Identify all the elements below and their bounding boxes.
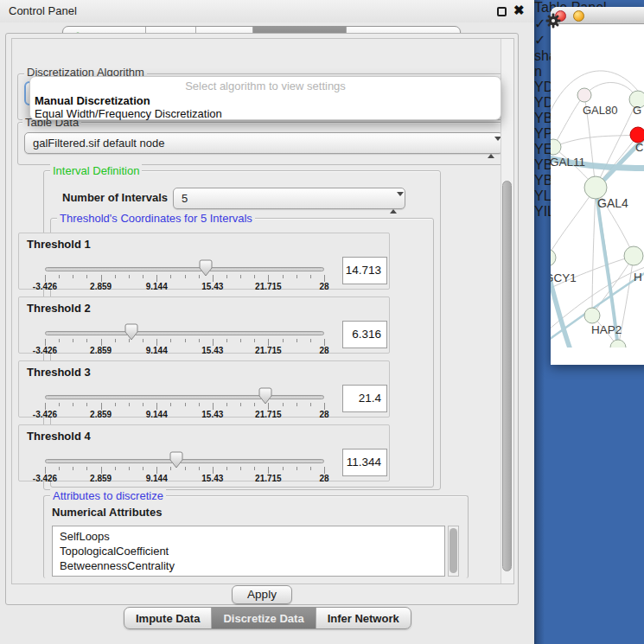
zoom-traffic-light-icon[interactable]: [592, 10, 603, 22]
node-label: GAL80: [583, 104, 617, 117]
slider-tick: [324, 339, 325, 346]
slider-tick: [213, 467, 214, 474]
slider-tick: [115, 467, 116, 470]
apply-button[interactable]: Apply: [232, 585, 292, 604]
slider-tick: [199, 339, 200, 342]
threshold-slider[interactable]: -3.4262.8599.14415.4321.71528: [45, 392, 324, 417]
slider-tick-label: 21.715: [255, 346, 282, 355]
settings-scrollbar-track[interactable]: [501, 39, 513, 583]
threshold-value-field[interactable]: 6.316: [342, 321, 387, 348]
slider-tick: [143, 403, 143, 406]
network-node-gcy1[interactable]: [551, 249, 556, 266]
slider-tick: [86, 403, 87, 406]
combo-stepper-icon: [390, 193, 398, 213]
slider-track[interactable]: [45, 395, 324, 399]
slider-tick: [254, 275, 255, 278]
algorithm-option-manual[interactable]: Manual Discretization: [30, 94, 501, 107]
slider-tick: [240, 339, 241, 342]
network-view[interactable]: GAL80GGAL11CGAL4GCY1HHAP2: [551, 7, 644, 351]
table-data-combobox[interactable]: galFiltered.sif default node: [24, 132, 503, 154]
slider-tick: [86, 467, 87, 470]
slider-tick: [143, 467, 143, 470]
slider-tick: [283, 275, 284, 278]
close-icon[interactable]: ✖: [513, 3, 525, 18]
threshold-slider[interactable]: -3.4262.8599.14415.4321.71528: [45, 328, 324, 353]
slider-tick: [296, 339, 297, 342]
node-label: GAL4: [597, 196, 628, 210]
tab-infer-network[interactable]: Infer Network: [316, 608, 411, 628]
slider-thumb[interactable]: [169, 451, 183, 469]
slider-track[interactable]: [45, 331, 324, 335]
tab-label: Impute Data: [136, 612, 200, 625]
slider-tick-label: 15.43: [201, 410, 223, 419]
attributes-scrollbar[interactable]: [448, 526, 459, 577]
node-label: GAL11: [551, 156, 585, 169]
network-node-hap2[interactable]: [584, 308, 600, 323]
slider-tick: [185, 467, 186, 470]
algorithm-option-equal-width[interactable]: Equal Width/Frequency Discretization: [30, 107, 501, 120]
slider-tick: [310, 467, 311, 470]
slider-tick-label: 28: [319, 346, 328, 355]
slider-tick: [283, 339, 284, 342]
bottom-tab-bar: Impute DataDiscretize DataInfer Network: [124, 607, 411, 629]
slider-tick-label: 28: [319, 474, 328, 483]
network-graph: GAL80GGAL11CGAL4GCY1HHAP2: [551, 7, 644, 348]
threshold-slider[interactable]: -3.4262.8599.14415.4321.71528: [45, 265, 324, 289]
slider-tick-label: 15.43: [201, 346, 223, 355]
slider-tick: [324, 275, 325, 282]
threshold-value-field[interactable]: 14.713: [342, 257, 387, 284]
interval-group-title: Interval Definition: [50, 164, 142, 177]
slider-thumb[interactable]: [199, 259, 213, 277]
slider-tick-label: -3.426: [33, 346, 57, 355]
slider-tick: [213, 339, 214, 346]
gear-icon[interactable]: [545, 13, 561, 29]
slider-tick: [45, 467, 46, 474]
tab-impute-data[interactable]: Impute Data: [124, 608, 212, 628]
node-label: HAP2: [591, 323, 622, 336]
slider-tick-label: 15.43: [201, 474, 223, 483]
threshold-value-field[interactable]: 21.4: [342, 385, 387, 412]
slider-tick: [45, 275, 46, 282]
float-window-icon[interactable]: [497, 7, 507, 16]
desktop-background: GAL80GGAL11CGAL4GCY1HHAP2 Table Panel ✓ …: [534, 0, 644, 644]
num-intervals-label: Number of Intervals: [62, 191, 168, 204]
slider-tick: [199, 403, 200, 406]
network-node[interactable]: [610, 340, 626, 348]
tab-discretize-data[interactable]: Discretize Data: [212, 608, 316, 628]
threshold-panel-2: Threshold 2-3.4262.8599.14415.4321.71528…: [18, 296, 390, 354]
threshold-slider[interactable]: -3.4262.8599.14415.4321.71528: [45, 456, 324, 481]
settings-scrollbar-thumb[interactable]: [502, 181, 512, 571]
slider-tick-label: -3.426: [33, 474, 57, 483]
tab-label: Discretize Data: [223, 612, 303, 625]
slider-track[interactable]: [45, 459, 324, 463]
control-panel: Control Panel ✖ NetworkStyleSelectCyni T…: [0, 0, 534, 644]
network-window-titlebar[interactable]: [551, 7, 644, 24]
slider-tick: [240, 467, 241, 470]
slider-track[interactable]: [45, 267, 324, 271]
slider-tick: [129, 275, 130, 278]
attribute-item-betweennesscentrality[interactable]: BetweennessCentrality: [53, 558, 444, 573]
slider-thumb[interactable]: [258, 387, 272, 405]
slider-tick-label: 9.144: [146, 282, 168, 291]
node-label: H: [634, 271, 642, 284]
slider-thumb[interactable]: [124, 323, 138, 341]
num-intervals-combobox[interactable]: 5: [173, 188, 405, 209]
threshold-value-field[interactable]: 11.344: [342, 449, 387, 476]
cyni-toolbox-pane: Discretization Algorithm Select algorith…: [5, 33, 519, 605]
num-intervals-value: 5: [182, 192, 188, 205]
node-label: C: [635, 141, 643, 154]
attribute-item-topologicalcoefficient[interactable]: TopologicalCoefficient: [53, 544, 444, 558]
numerical-attributes-list[interactable]: SelfLoopsTopologicalCoefficientBetweenne…: [52, 526, 445, 577]
algorithm-hint: Select algorithm to view settings: [30, 80, 501, 94]
network-node-h[interactable]: [624, 246, 643, 265]
threshold-panel-1: Threshold 1-3.4262.8599.14415.4321.71528…: [18, 233, 390, 290]
attribute-item-selfloops[interactable]: SelfLoops: [53, 529, 444, 544]
slider-tick: [115, 403, 116, 406]
slider-tick-label: 21.715: [255, 410, 282, 419]
network-node-gal80[interactable]: [577, 88, 591, 102]
slider-tick: [101, 339, 102, 346]
minimize-traffic-light-icon[interactable]: [573, 10, 584, 22]
settings-scroll-pane: Discretization Algorithm Select algorith…: [11, 38, 514, 584]
slider-tick: [324, 467, 325, 474]
slider-tick-label: 2.859: [90, 474, 112, 483]
